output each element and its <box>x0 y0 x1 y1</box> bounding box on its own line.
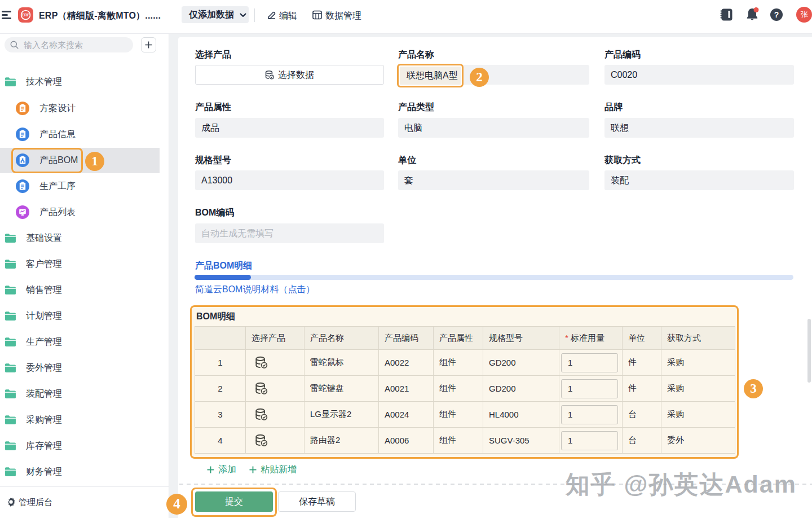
svg-text:ERP: ERP <box>21 13 30 17</box>
